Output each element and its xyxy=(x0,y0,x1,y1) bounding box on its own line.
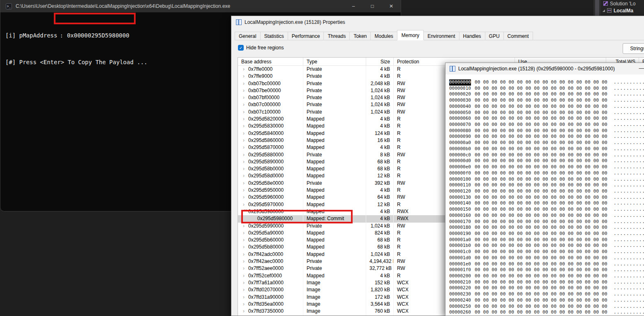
hex-bytes[interactable]: 00 00 00 00 00 00 00 00 00 00 00 00 00 0… xyxy=(475,158,607,163)
hex-address[interactable]: 00000100 xyxy=(449,177,471,183)
close-button[interactable]: ✕ xyxy=(382,0,401,12)
hex-address[interactable]: 000001c0 xyxy=(449,249,471,255)
chevron-right-icon[interactable]: › xyxy=(243,109,248,116)
hex-bytes[interactable]: 00 00 00 00 00 00 00 00 00 00 00 00 00 0… xyxy=(475,98,607,103)
maximize-button[interactable]: □ xyxy=(363,0,382,12)
hex-address[interactable]: 000000a0 xyxy=(449,140,471,146)
chevron-right-icon[interactable]: › xyxy=(243,315,248,316)
hex-bytes[interactable]: 00 00 00 00 00 00 00 00 00 00 00 00 00 0… xyxy=(475,134,607,139)
hex-address[interactable]: 00000070 xyxy=(449,122,471,128)
hex-bytes[interactable]: 00 00 00 00 00 00 00 00 00 00 00 00 00 0… xyxy=(475,116,607,121)
hex-bytes[interactable]: 00 00 00 00 00 00 00 00 00 00 00 00 00 0… xyxy=(475,146,607,151)
properties-titlebar[interactable]: LocalMappingInjection.exe (15128) Proper… xyxy=(231,16,644,28)
hex-bytes[interactable]: 00 00 00 00 00 00 00 00 00 00 00 00 00 0… xyxy=(475,285,607,290)
minimize-button[interactable]: — xyxy=(635,63,644,74)
hex-bytes[interactable]: 00 00 00 00 00 00 00 00 00 00 00 00 00 0… xyxy=(475,237,607,242)
hex-row[interactable]: 000001f000 00 00 00 00 00 00 00 00 00 00… xyxy=(449,267,644,273)
chevron-right-icon[interactable]: › xyxy=(243,286,248,293)
tab-comment[interactable]: Comment xyxy=(503,32,533,40)
hex-bytes[interactable]: 00 00 00 00 00 00 00 00 00 00 00 00 00 0… xyxy=(475,231,607,236)
hex-address[interactable]: 00000110 xyxy=(449,182,471,188)
hex-bytes[interactable]: 00 00 00 00 00 00 00 00 00 00 00 00 00 0… xyxy=(475,188,607,194)
hex-row[interactable]: 0000008000 00 00 00 00 00 00 00 00 00 00… xyxy=(449,128,644,134)
hex-bytes[interactable]: 00 00 00 00 00 00 00 00 00 00 00 00 00 0… xyxy=(475,152,607,158)
hex-row[interactable]: 0000025000 00 00 00 00 00 00 00 00 00 00… xyxy=(449,304,644,310)
minimize-button[interactable]: – xyxy=(344,0,363,12)
chevron-right-icon[interactable]: › xyxy=(243,272,248,279)
hex-row[interactable]: 0000002000 00 00 00 00 00 00 00 00 00 00… xyxy=(449,91,644,98)
hex-address[interactable]: 00000210 xyxy=(449,279,471,286)
hex-row[interactable]: 000000c000 00 00 00 00 00 00 00 00 00 00… xyxy=(449,152,644,158)
hex-address[interactable]: 00000010 xyxy=(449,86,471,92)
tab-performance[interactable]: Performance xyxy=(288,32,324,40)
hex-bytes[interactable]: 00 00 00 00 00 00 00 00 00 00 00 00 00 0… xyxy=(475,279,607,285)
hex-bytes[interactable]: 00 00 00 00 00 00 00 00 00 00 00 00 00 0… xyxy=(475,304,607,309)
hex-bytes[interactable]: 00 00 00 00 00 00 00 00 00 00 00 00 00 0… xyxy=(475,140,607,145)
chevron-right-icon[interactable]: › xyxy=(243,137,248,144)
hex-address[interactable]: 00000200 xyxy=(449,273,471,279)
chevron-down-icon[interactable]: › xyxy=(242,209,249,214)
chevron-right-icon[interactable]: › xyxy=(243,294,248,301)
hex-viewer-titlebar[interactable]: LocalMappingInjection.exe (15128) (0x295… xyxy=(445,63,644,74)
chevron-right-icon[interactable]: › xyxy=(243,123,248,130)
hex-bytes[interactable]: 00 00 00 00 00 00 00 00 00 00 00 00 00 0… xyxy=(475,267,607,272)
hex-address[interactable]: 00000220 xyxy=(449,285,471,291)
hex-bytes[interactable]: 00 00 00 00 00 00 00 00 00 00 00 00 00 0… xyxy=(475,297,607,303)
hex-address[interactable]: 000001f0 xyxy=(449,267,471,273)
hex-row[interactable]: 0000024000 00 00 00 00 00 00 00 00 00 00… xyxy=(449,297,644,304)
chevron-right-icon[interactable]: › xyxy=(243,144,248,151)
chevron-right-icon[interactable]: › xyxy=(243,158,248,165)
hex-address[interactable]: 00000020 xyxy=(449,91,471,98)
hex-row[interactable]: 000000e000 00 00 00 00 00 00 00 00 00 00… xyxy=(449,164,644,170)
chevron-right-icon[interactable]: › xyxy=(243,301,248,308)
hex-address[interactable]: 000001d0 xyxy=(449,255,471,261)
hex-bytes[interactable]: 00 00 00 00 00 00 00 00 00 00 00 00 00 0… xyxy=(475,104,607,109)
hex-bytes[interactable]: 00 00 00 00 00 00 00 00 00 00 00 00 00 0… xyxy=(475,91,607,97)
chevron-right-icon[interactable]: › xyxy=(243,87,248,94)
chevron-right-icon[interactable]: › xyxy=(243,187,248,194)
hex-address[interactable]: 000000b0 xyxy=(449,146,471,152)
tab-statistics[interactable]: Statistics xyxy=(260,32,288,40)
column-header[interactable]: Type xyxy=(303,58,366,65)
hex-row[interactable]: 0000010000 00 00 00 00 00 00 00 00 00 00… xyxy=(449,177,644,183)
chevron-right-icon[interactable]: › xyxy=(243,94,248,101)
hex-address[interactable]: 000001a0 xyxy=(449,237,471,243)
tab-threads[interactable]: Threads xyxy=(323,32,350,40)
chevron-right-icon[interactable]: › xyxy=(243,165,248,172)
expand-arrow-icon[interactable] xyxy=(602,9,605,12)
chevron-right-icon[interactable]: › xyxy=(243,223,248,230)
hex-address[interactable]: 00000030 xyxy=(449,98,471,104)
hex-address[interactable]: 00000120 xyxy=(449,188,471,195)
hex-bytes[interactable]: 00 00 00 00 00 00 00 00 00 00 00 00 00 0… xyxy=(475,164,607,170)
chevron-right-icon[interactable]: › xyxy=(243,237,248,244)
hex-row[interactable]: 0000020000 00 00 00 00 00 00 00 00 00 00… xyxy=(449,273,644,279)
hex-address-selected[interactable]: 00000000 xyxy=(449,79,471,86)
tab-general[interactable]: General xyxy=(235,32,261,40)
chevron-right-icon[interactable]: › xyxy=(243,244,248,251)
hex-row[interactable]: 000000a000 00 00 00 00 00 00 00 00 00 00… xyxy=(449,140,644,146)
hex-address[interactable]: 00000130 xyxy=(449,195,471,201)
chevron-right-icon[interactable]: › xyxy=(243,130,248,137)
hex-row[interactable]: 0000026000 00 00 00 00 00 00 00 00 00 00… xyxy=(449,309,644,316)
hex-row[interactable]: 0000005000 00 00 00 00 00 00 00 00 00 00… xyxy=(449,110,644,116)
hex-row[interactable]: 0000016000 00 00 00 00 00 00 00 00 00 00… xyxy=(449,213,644,219)
chevron-right-icon[interactable]: › xyxy=(243,80,248,87)
hex-bytes[interactable]: 00 00 00 00 00 00 00 00 00 00 00 00 00 0… xyxy=(475,122,607,127)
hex-bytes[interactable]: 00 00 00 00 00 00 00 00 00 00 00 00 00 0… xyxy=(475,255,607,260)
hex-bytes[interactable]: 00 00 00 00 00 00 00 00 00 00 00 00 00 0… xyxy=(475,309,607,315)
hex-bytes[interactable]: 00 00 00 00 00 00 00 00 00 00 00 00 00 0… xyxy=(475,170,607,176)
hex-address[interactable]: 00000250 xyxy=(449,304,471,310)
hex-address[interactable]: 00000260 xyxy=(449,309,471,316)
vs-scrollbar-thumb[interactable] xyxy=(595,0,599,16)
chevron-right-icon[interactable]: › xyxy=(243,66,248,73)
hex-bytes[interactable]: 00 00 00 00 00 00 00 00 00 00 00 00 00 0… xyxy=(475,261,607,267)
hex-row[interactable]: 0000019000 00 00 00 00 00 00 00 00 00 00… xyxy=(449,231,644,237)
hex-address[interactable]: 000000f0 xyxy=(449,170,471,177)
solution-explorer-root[interactable]: Solution 'Lo xyxy=(601,0,644,7)
hex-row[interactable]: 0000011000 00 00 00 00 00 00 00 00 00 00… xyxy=(449,182,644,188)
hex-row[interactable]: 0000000000 00 00 00 00 00 00 00 00 00 00… xyxy=(449,79,644,86)
hex-row[interactable]: 0000022000 00 00 00 00 00 00 00 00 00 00… xyxy=(449,285,644,291)
column-header[interactable]: Base address xyxy=(238,58,303,65)
hex-bytes[interactable]: 00 00 00 00 00 00 00 00 00 00 00 00 00 0… xyxy=(475,182,607,188)
hex-row[interactable]: 0000023000 00 00 00 00 00 00 00 00 00 00… xyxy=(449,291,644,297)
